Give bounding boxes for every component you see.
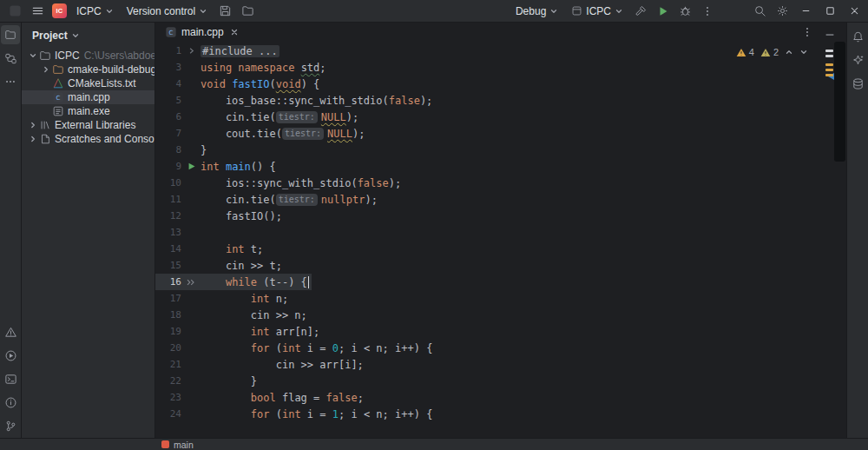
terminal-icon[interactable] <box>1 369 20 388</box>
line-number[interactable]: 21 <box>155 359 181 370</box>
line-number[interactable]: 7 <box>155 128 181 139</box>
line-number[interactable]: 17 <box>155 293 181 304</box>
project-folder-icon[interactable] <box>1 25 20 44</box>
project-selector[interactable]: ICPC <box>70 2 120 21</box>
run-icon[interactable] <box>1 346 20 365</box>
run-widget[interactable]: main <box>161 440 194 450</box>
line-number[interactable]: 23 <box>155 392 181 403</box>
code-line-8[interactable]: 8} <box>155 142 822 158</box>
analysis-mark[interactable] <box>825 55 833 57</box>
database-icon[interactable] <box>848 74 867 93</box>
line-number[interactable]: 12 <box>155 210 181 222</box>
line-number[interactable]: 19 <box>155 326 181 337</box>
code-line-17[interactable]: 17 int n; <box>155 290 822 307</box>
ai-assistant-icon[interactable] <box>848 50 867 69</box>
run-button[interactable] <box>653 2 674 21</box>
chevron-right-icon[interactable] <box>27 121 38 129</box>
close-window-button[interactable] <box>843 1 866 22</box>
tree-item-cmakelists-txt[interactable]: CMakeLists.txt <box>22 76 155 90</box>
scrollbar-stripe[interactable] <box>822 42 846 438</box>
code-line-18[interactable]: 18 cin >> n; <box>155 307 822 323</box>
structure-icon[interactable] <box>1 49 20 68</box>
open-folder-icon[interactable] <box>237 2 259 21</box>
prev-issue-icon[interactable] <box>785 48 793 56</box>
line-number[interactable]: 14 <box>155 243 181 255</box>
line-number[interactable]: 6 <box>155 111 181 122</box>
warnings-summary[interactable]: 4 <box>736 47 754 57</box>
minimize-button[interactable] <box>794 1 818 22</box>
problems-icon[interactable] <box>1 322 20 341</box>
analysis-mark[interactable] <box>825 74 833 76</box>
code-line-24[interactable]: 24 for (int i = 1; i < n; i++) { <box>155 406 822 422</box>
code-line-7[interactable]: 7 cout.tie(tiestr:NULL); <box>155 125 822 142</box>
next-issue-icon[interactable] <box>799 48 808 56</box>
run-config-selector[interactable]: ICPC <box>565 2 629 21</box>
chevron-right-icon[interactable] <box>27 135 38 143</box>
code-area[interactable]: 1#include ...3using namespace std;4void … <box>155 42 846 438</box>
code-line-12[interactable]: 12 fastIO(); <box>155 208 822 224</box>
settings-icon[interactable] <box>772 2 793 21</box>
code-line-4[interactable]: 4void fastIO(void) { <box>155 76 822 92</box>
line-number[interactable]: 20 <box>155 342 181 354</box>
line-number[interactable]: 1 <box>155 45 181 56</box>
inspections-widget[interactable]: 4 2 <box>736 47 808 57</box>
code-line-15[interactable]: 15 cin >> t; <box>155 257 822 274</box>
code-line-3[interactable]: 3using namespace std; <box>155 59 822 76</box>
hide-editor-icon[interactable] <box>824 26 836 38</box>
code-line-20[interactable]: 20 for (int i = 0; i < n; i++) { <box>155 340 822 356</box>
debug-button[interactable] <box>674 2 696 21</box>
maximize-button[interactable] <box>819 1 842 22</box>
mark-gutter-icon[interactable] <box>181 278 201 287</box>
analysis-mark[interactable] <box>825 69 833 71</box>
code-line-19[interactable]: 19 int arr[n]; <box>155 323 822 340</box>
line-number[interactable]: 18 <box>155 309 181 321</box>
tree-item-external-libraries[interactable]: External Libraries <box>22 118 155 132</box>
chevron-right-icon[interactable] <box>40 65 51 74</box>
save-all-icon[interactable] <box>214 2 236 21</box>
line-number[interactable]: 16 <box>155 276 181 288</box>
tree-item-cmake-build-debug[interactable]: cmake-build-debug <box>22 63 155 76</box>
git-branch-icon[interactable] <box>1 416 20 435</box>
code-line-10[interactable]: 10 ios::sync_with_stdio(false); <box>155 175 822 191</box>
code-line-11[interactable]: 11 cin.tie(tiestr:nullptr); <box>155 191 822 208</box>
cmake-profile-selector[interactable]: Debug <box>510 2 564 21</box>
analysis-mark[interactable] <box>825 50 833 52</box>
line-number[interactable]: 15 <box>155 260 181 271</box>
tree-item-icpc[interactable]: ICPCC:\Users\abdoe\OneDr <box>22 49 155 63</box>
tab-options-icon[interactable] <box>801 26 813 38</box>
code-line-5[interactable]: 5 ios_base::sync_with_stdio(false); <box>155 92 822 109</box>
scrollbar-thumb[interactable] <box>834 42 845 162</box>
line-number[interactable]: 9 <box>155 161 181 172</box>
line-number[interactable]: 24 <box>155 408 181 420</box>
version-control-menu[interactable]: Version control <box>121 2 214 21</box>
code-line-21[interactable]: 21 cin >> arr[i]; <box>155 356 822 373</box>
more-actions-icon[interactable] <box>697 2 718 21</box>
tab-main-cpp[interactable]: C main.cpp <box>158 23 246 42</box>
analysis-mark[interactable] <box>825 63 833 66</box>
line-number[interactable]: 13 <box>155 227 181 238</box>
code-line-14[interactable]: 14 int t; <box>155 241 822 257</box>
code-line-16[interactable]: 16 while (t--) { <box>155 274 312 290</box>
line-number[interactable]: 3 <box>155 62 181 73</box>
line-number[interactable]: 8 <box>155 144 181 156</box>
code-line-13[interactable]: 13 <box>155 224 822 241</box>
chevron-down-icon[interactable] <box>27 51 38 60</box>
build-icon[interactable] <box>630 2 652 21</box>
code-line-9[interactable]: 9int main() { <box>155 158 822 175</box>
search-everywhere-icon[interactable] <box>749 2 771 21</box>
tree-item-main-cpp[interactable]: Cmain.cpp <box>22 90 155 104</box>
notifications-icon[interactable] <box>848 27 867 46</box>
weak-warnings-summary[interactable]: 2 <box>760 47 779 57</box>
line-number[interactable]: 11 <box>155 194 181 205</box>
code-line-6[interactable]: 6 cin.tie(tiestr:NULL); <box>155 109 822 125</box>
code-line-23[interactable]: 23 bool flag = false; <box>155 389 822 406</box>
run-gutter-icon[interactable] <box>181 162 201 171</box>
line-number[interactable]: 4 <box>155 78 181 89</box>
close-tab-icon[interactable] <box>230 28 239 36</box>
main-menu-icon[interactable] <box>27 2 49 21</box>
tree-item-scratches-and-consoles[interactable]: Scratches and Consoles <box>22 132 155 146</box>
tree-item-main-exe[interactable]: main.exe <box>22 104 155 118</box>
code-line-22[interactable]: 22 } <box>155 373 822 389</box>
project-panel-header[interactable]: Project <box>22 23 155 49</box>
code-line-1[interactable]: 1#include ... <box>155 43 822 59</box>
